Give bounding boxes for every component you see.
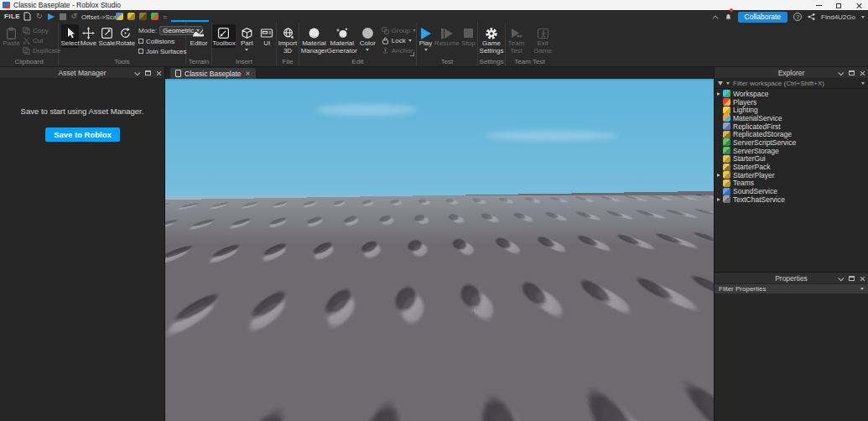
explorer-item-starterpack[interactable]: StarterPack: [715, 163, 868, 171]
explorer-item-serverstorage[interactable]: ServerStorage: [715, 147, 868, 155]
terrain-editor-button[interactable]: Editor: [190, 24, 208, 48]
explorer-header[interactable]: Explorer: [715, 67, 868, 79]
float-panel-icon[interactable]: [145, 70, 151, 75]
panel-menu-icon[interactable]: [838, 275, 844, 281]
account-name[interactable]: Find4U2Go: [821, 13, 855, 21]
baseplate[interactable]: [165, 123, 714, 207]
stop-button[interactable]: Stop: [460, 24, 477, 48]
filter-options-caret-icon[interactable]: [726, 82, 730, 85]
viewport-3d[interactable]: [165, 81, 714, 421]
material-generator-button[interactable]: Material Generator: [329, 24, 356, 55]
explorer-item-workspace[interactable]: Workspace: [715, 90, 868, 98]
expand-arrow-icon[interactable]: [717, 174, 720, 177]
close-button[interactable]: [853, 2, 865, 9]
rotate-tool-button[interactable]: Rotate: [117, 24, 134, 48]
quick-play-icon[interactable]: [48, 13, 55, 20]
filter-funnel-icon[interactable]: [718, 81, 723, 86]
play-button[interactable]: Play: [417, 24, 434, 51]
plugin-icon[interactable]: [116, 13, 123, 20]
redo-icon[interactable]: ↻: [36, 13, 43, 20]
tools-group-label: Tools: [59, 58, 185, 65]
file-menu-button[interactable]: FILE: [4, 13, 20, 20]
service-icon: [723, 164, 730, 171]
panel-menu-icon[interactable]: [838, 70, 844, 75]
scale-tool-button[interactable]: Scale: [98, 24, 116, 48]
viewport-tab[interactable]: Classic Baseplate: [170, 68, 256, 79]
close-panel-icon[interactable]: [156, 70, 162, 76]
collaborate-button[interactable]: Collaborate: [738, 12, 787, 23]
account-caret-icon[interactable]: [861, 16, 865, 18]
properties-filter-caret-icon[interactable]: [860, 288, 864, 290]
properties-filter-input[interactable]: Filter Properties: [719, 285, 860, 293]
float-panel-icon[interactable]: [849, 276, 855, 281]
exit-game-button[interactable]: Exit Game: [532, 24, 554, 55]
filter-caret-icon[interactable]: [861, 82, 865, 85]
properties-header[interactable]: Properties: [715, 273, 868, 284]
plugin-icon[interactable]: [139, 13, 147, 20]
explorer-item-soundservice[interactable]: SoundService: [715, 187, 868, 195]
expand-arrow-icon[interactable]: [717, 198, 720, 201]
collapse-ribbon-icon[interactable]: [712, 15, 718, 21]
material-manager-button[interactable]: Material Manager: [303, 24, 325, 55]
explorer-item-replicatedfirst[interactable]: ReplicatedFirst: [715, 122, 868, 131]
duplicate-button[interactable]: Duplicate: [23, 46, 60, 55]
explorer-item-players[interactable]: Players: [715, 98, 868, 107]
save-to-roblox-button[interactable]: Save to Roblox: [45, 127, 120, 142]
properties-filter-row[interactable]: Filter Properties: [715, 284, 868, 294]
mode-label: Mode:: [138, 27, 157, 34]
settings-group: Game Settings Settings: [478, 23, 506, 66]
edit-dialog-launcher-icon[interactable]: [410, 52, 414, 56]
service-icon: [723, 179, 730, 187]
close-panel-icon[interactable]: [860, 276, 865, 282]
lock-button[interactable]: Lock: [382, 36, 416, 44]
expand-arrow-icon[interactable]: [717, 92, 720, 96]
cut-button[interactable]: Cut: [23, 36, 60, 44]
maximize-button[interactable]: [833, 2, 845, 9]
close-panel-icon[interactable]: [860, 70, 865, 76]
insert-group-label: Insert: [212, 58, 276, 65]
asset-manager-header[interactable]: Asset Manager: [0, 67, 164, 79]
game-settings-button[interactable]: Game Settings: [478, 24, 505, 55]
explorer-item-teams[interactable]: Teams: [715, 179, 868, 188]
copy-button[interactable]: Copy: [23, 26, 60, 34]
share-icon[interactable]: [808, 13, 815, 21]
undo-icon[interactable]: ↺: [71, 13, 78, 20]
paste-button[interactable]: Paste: [3, 24, 20, 48]
move-tool-button[interactable]: Move: [80, 24, 97, 48]
team-test-button[interactable]: Team Test: [506, 24, 527, 55]
minimize-button[interactable]: [813, 2, 824, 9]
explorer-item-lighting[interactable]: Lighting: [715, 106, 868, 114]
resume-icon: [441, 26, 453, 40]
clipboard-group: Paste Copy Cut Duplicate: [0, 23, 59, 66]
toolbox-button[interactable]: Toolbox: [212, 24, 236, 48]
part-cube-icon: [241, 26, 253, 40]
explorer-item-textchatservice[interactable]: TextChatService: [715, 195, 868, 204]
explorer-item-starterplayer[interactable]: StarterPlayer: [715, 171, 868, 179]
color-button[interactable]: Color: [359, 24, 377, 51]
part-caret-icon: [245, 49, 248, 51]
import-3d-button[interactable]: Import 3D: [277, 24, 299, 55]
float-panel-icon[interactable]: [849, 70, 855, 75]
explorer-item-startergui[interactable]: StarterGui: [715, 155, 868, 164]
close-tab-icon[interactable]: [245, 71, 250, 76]
group-button[interactable]: Group: [382, 26, 416, 34]
explorer-item-serverscriptservice[interactable]: ServerScriptService: [715, 138, 868, 147]
explorer-filter-row[interactable]: Filter workspace (Ctrl+Shift+X): [715, 79, 868, 89]
join-surfaces-checkbox-box: [138, 49, 143, 54]
plugin-icon[interactable]: [151, 13, 159, 20]
stop-icon: [464, 26, 473, 40]
help-icon[interactable]: ?: [793, 13, 802, 21]
customize-quick-access-icon[interactable]: =: [163, 13, 167, 21]
explorer-item-replicatedstorage[interactable]: ReplicatedStorage: [715, 130, 868, 138]
save-file-icon[interactable]: [23, 12, 31, 21]
resume-button[interactable]: Resume: [438, 24, 456, 48]
explorer-panel: Explorer Filter workspace (Ctrl+Shift+X)…: [714, 67, 868, 273]
quick-stop-icon[interactable]: [60, 13, 66, 20]
plugin-icon[interactable]: [127, 13, 135, 20]
panel-menu-icon[interactable]: [134, 70, 140, 75]
explorer-item-materialservice[interactable]: MaterialService: [715, 114, 868, 122]
part-button[interactable]: Part: [238, 24, 256, 51]
select-tool-button[interactable]: Select: [61, 24, 79, 48]
explorer-filter-input[interactable]: Filter workspace (Ctrl+Shift+X): [733, 80, 858, 87]
ui-button[interactable]: UI: [258, 24, 276, 48]
